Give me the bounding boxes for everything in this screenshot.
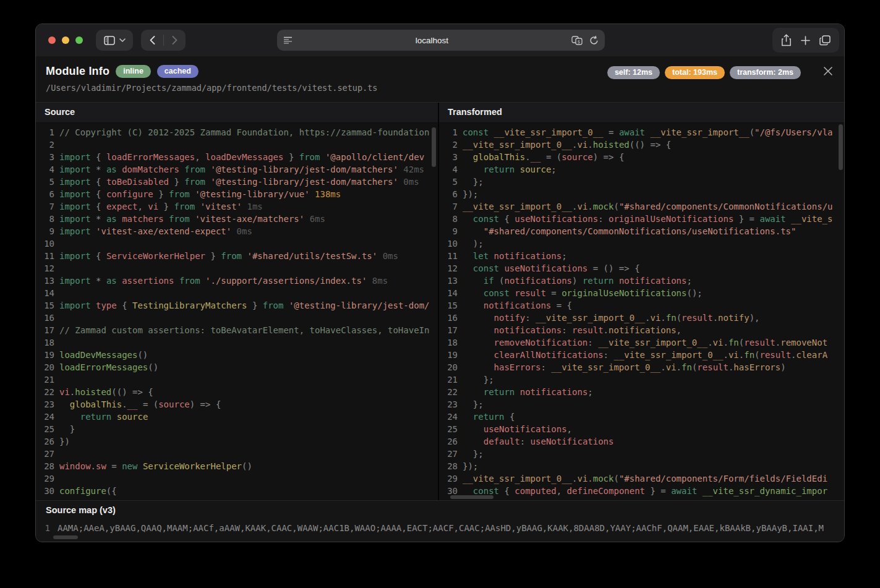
code-token: from <box>164 214 195 224</box>
code-line: 14 <box>36 287 438 299</box>
line-number: 3 <box>439 151 458 163</box>
window-zoom-button[interactable] <box>75 36 83 44</box>
code-token: const <box>484 288 515 298</box>
code-token: result <box>572 325 604 335</box>
translate-icon[interactable]: $ <box>571 36 583 45</box>
code-token: = <box>106 461 122 471</box>
code-token: expect <box>106 202 138 211</box>
code-token: (() => { <box>630 140 671 150</box>
code-token: __vite_ssr_import__ <box>650 127 749 137</box>
code-token: ) => { <box>593 152 625 162</box>
code-token: removeNot <box>780 338 827 347</box>
code-line: 23 }; <box>439 398 844 411</box>
transformed-vertical-scrollbar[interactable] <box>839 124 843 170</box>
code-token: 6ms <box>304 214 325 224</box>
code-line: 24 return source <box>36 411 438 423</box>
code-token: vi <box>666 362 677 372</box>
code-token: domMatchers <box>122 164 179 174</box>
code-token: = () => { <box>587 263 639 273</box>
code-token: * <box>96 214 106 224</box>
code-token: notifications <box>619 276 687 286</box>
code-line: 7__vite_ssr_import_0__.vi.mock("#shared/… <box>439 200 844 213</box>
transformed-horizontal-scrollbar[interactable] <box>450 495 493 499</box>
forward-button[interactable] <box>164 30 186 51</box>
sourcemap-title: Source map (v3) <box>46 505 116 515</box>
code-token: ) <box>572 276 583 286</box>
code-token: ( <box>750 127 754 137</box>
code-token: , <box>195 152 205 162</box>
line-number: 20 <box>439 361 458 373</box>
line-number: 3 <box>36 151 54 163</box>
code-token: "#shared/components/CommonNotifications/… <box>619 202 833 211</box>
code-line: 12 const useNotifications = () => { <box>439 262 844 275</box>
line-number: 1 <box>439 126 458 138</box>
code-token: from <box>221 251 247 261</box>
code-token: : <box>604 350 614 360</box>
code-token <box>463 288 484 298</box>
line-number: 6 <box>439 188 458 200</box>
code-token: mock <box>593 474 614 484</box>
code-token: from <box>263 300 289 310</box>
code-token: ( <box>613 474 618 484</box>
close-icon[interactable] <box>822 66 834 77</box>
source-panel-title: Source <box>36 103 438 123</box>
code-token: = ( <box>540 152 562 162</box>
code-line: 10 <box>36 237 438 250</box>
code-token: , <box>677 325 681 335</box>
code-token: 0ms <box>398 177 419 187</box>
code-token: import <box>59 276 96 286</box>
code-line: 12 <box>36 262 438 275</box>
window-minimize-button[interactable] <box>62 36 69 44</box>
code-line: 3 globalThis.__ = (source) => { <box>439 151 844 163</box>
reload-icon[interactable] <box>589 36 599 45</box>
code-line: 30 const { computed, defineComponent } =… <box>439 485 844 497</box>
code-token: const <box>473 214 505 224</box>
tab-overview-button[interactable] <box>819 35 831 46</box>
code-line: 11import { ServiceWorkerHelper } from '#… <box>36 250 438 262</box>
code-token: from <box>169 189 195 199</box>
code-line: 1// Copyright (C) 2012-2025 Zammad Found… <box>36 126 438 138</box>
code-token: = <box>546 288 562 298</box>
code-token: }); <box>463 461 478 471</box>
code-line: 28window.sw = new ServiceWorkerHelper() <box>36 460 438 472</box>
code-line: 1const __vite_ssr_import_0__ = await __v… <box>439 126 844 138</box>
source-vertical-scrollbar[interactable] <box>432 127 436 167</box>
code-token: sw <box>96 461 106 471</box>
code-token: defineComponent <box>567 486 645 496</box>
code-token: import <box>59 164 96 174</box>
code-line: 21 <box>36 373 438 386</box>
code-token: : <box>525 313 536 323</box>
code-token <box>59 412 80 422</box>
code-token: { <box>96 189 106 199</box>
code-token: . <box>587 202 592 211</box>
module-info-header: Module Info inline cached self: 12ms tot… <box>36 56 844 103</box>
code-token: const <box>463 127 494 137</box>
back-button[interactable] <box>142 30 163 51</box>
sidebar-toggle-button[interactable] <box>96 30 133 51</box>
address-bar[interactable]: localhost $ <box>277 30 605 51</box>
code-token <box>463 350 494 360</box>
code-line: 24 return { <box>439 411 844 423</box>
code-token: vi <box>577 140 587 150</box>
chevron-left-icon <box>150 36 155 45</box>
line-number: 12 <box>36 262 54 275</box>
url-text[interactable]: localhost <box>293 36 571 45</box>
new-tab-button[interactable] <box>801 36 810 45</box>
code-token: = { <box>551 300 572 310</box>
code-token: notifications <box>609 325 677 335</box>
code-token: ServiceWorkerHelper <box>106 251 205 261</box>
sourcemap-horizontal-scrollbar[interactable] <box>53 535 78 539</box>
sourcemap-section: Source map (v3) 1AAMA;AAeA,yBAAG,QAAQ,MA… <box>36 500 844 542</box>
total-time-badge: total: 193ms <box>665 66 725 79</box>
code-token: "#shared/components/CommonNotifications/… <box>484 226 797 236</box>
code-line: 28}); <box>439 460 844 472</box>
page-format-icon[interactable] <box>283 36 293 45</box>
code-token: '@testing-library/jest-dom/ <box>289 300 430 310</box>
code-line: 1AAMA;AAeA,yBAAG,QAAQ,MAAM;AACf,aAAW,KAA… <box>36 522 844 534</box>
code-line: 22vi.hoisted(() => { <box>36 386 438 398</box>
share-button[interactable] <box>781 34 792 46</box>
code-token: import <box>59 152 96 162</box>
window-close-button[interactable] <box>48 36 56 44</box>
code-token: import <box>59 251 96 261</box>
code-token: from <box>174 276 205 286</box>
